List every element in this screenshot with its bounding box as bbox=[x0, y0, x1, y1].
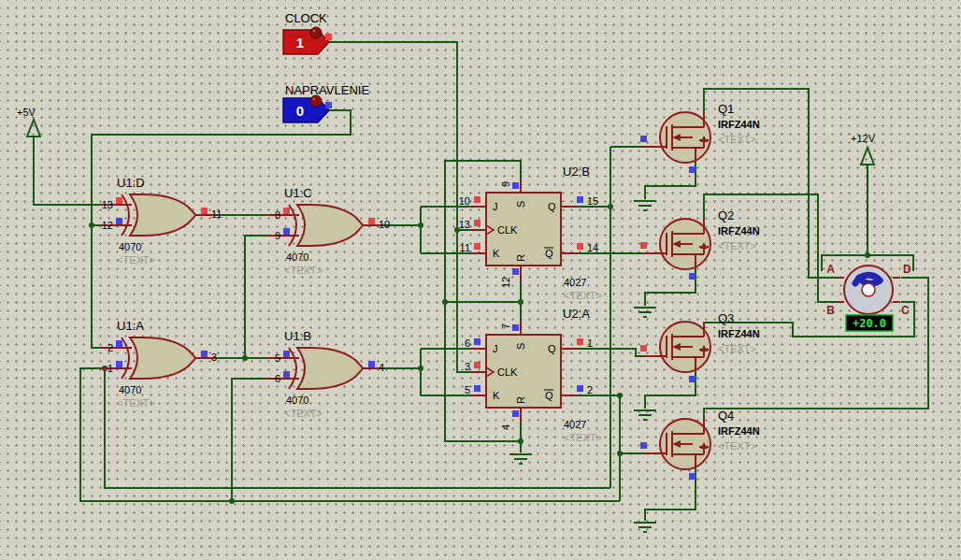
pin-state-indicator bbox=[325, 34, 332, 40]
ff-part: 4027 bbox=[564, 277, 586, 288]
motor-shaft bbox=[862, 283, 875, 296]
mosfet-text-placeholder: <TEXT> bbox=[718, 134, 756, 145]
ff-label-r: R bbox=[515, 254, 526, 262]
pin-number: 15 bbox=[587, 195, 598, 207]
power-terminal-5v[interactable]: +5V bbox=[17, 107, 40, 136]
motor-angle-value: +20.0 bbox=[853, 317, 886, 330]
clock-state-box[interactable] bbox=[283, 30, 329, 54]
ff-label-qbar: Q bbox=[545, 390, 553, 401]
clock-logicstate[interactable]: 1 bbox=[283, 27, 332, 54]
pin-number: 10 bbox=[459, 195, 470, 207]
mosfet-q1[interactable]: Q1 IRFZ44N <TEXT> bbox=[640, 102, 760, 173]
pin-state-indicator bbox=[116, 197, 122, 204]
wire-q3-source-gnd bbox=[645, 372, 696, 409]
motor-terminal-d: D bbox=[903, 263, 911, 276]
direction-label: NAPRAVLENIE bbox=[285, 83, 369, 97]
stepper-motor[interactable]: A D B C +20.0 bbox=[826, 263, 911, 331]
mosfet-q4[interactable]: Q4 IRFZ44N <TEXT> bbox=[640, 409, 760, 480]
clock-toggle-button[interactable] bbox=[310, 27, 322, 38]
jk-flipflop-u2a[interactable]: J CLK K Q Q S R 6 3 5 7 4 1 2 U2:A 4027 … bbox=[465, 307, 602, 443]
xor-gate-u1a[interactable]: 2 1 3 U1:A 4070 <TEXT> bbox=[100, 319, 217, 409]
xor-gate-u1d[interactable]: 13 12 11 U1:D 4070 <TEXT> bbox=[100, 176, 222, 266]
wires-layer bbox=[34, 42, 928, 521]
junction-dot bbox=[229, 498, 235, 504]
pin-state-indicator bbox=[368, 218, 375, 224]
ff-text-placeholder: <TEXT> bbox=[564, 432, 602, 443]
ff-label-s: S bbox=[515, 201, 526, 208]
button-glint bbox=[313, 30, 315, 32]
pin-number: 13 bbox=[102, 199, 113, 210]
pin-number: 3 bbox=[211, 352, 217, 363]
ff-label-k: K bbox=[493, 248, 500, 259]
pin-state-indicator bbox=[474, 243, 480, 250]
pin-state-indicator bbox=[640, 345, 647, 352]
ground-icon bbox=[634, 523, 656, 532]
ff-label-clk: CLK bbox=[497, 224, 518, 236]
pin-state-indicator bbox=[577, 196, 583, 203]
gate-ref: U1:B bbox=[284, 329, 311, 343]
ff-ref: U2:A bbox=[563, 307, 590, 321]
direction-logicstate[interactable]: 0 bbox=[283, 95, 332, 122]
xor-gate-u1b[interactable]: 5 6 4 U1:B 4070 <TEXT> bbox=[267, 329, 384, 419]
button-glint bbox=[313, 98, 315, 100]
xor-gate-u1c[interactable]: 8 9 10 U1:C 4070 <TEXT> bbox=[267, 186, 390, 276]
ff-label-s: S bbox=[515, 343, 526, 350]
mosfet-q2[interactable]: Q2 IRFZ44N <TEXT> bbox=[640, 208, 760, 280]
direction-toggle-button[interactable] bbox=[310, 95, 322, 107]
junction-dot bbox=[242, 355, 248, 361]
clock-label: CLOCK bbox=[285, 11, 327, 25]
pin-number: 5 bbox=[275, 352, 280, 364]
ff-label-j: J bbox=[493, 201, 498, 212]
pin-number: 10 bbox=[379, 219, 390, 230]
motor-terminal-b: B bbox=[826, 304, 835, 317]
pin-state-indicator bbox=[283, 351, 290, 357]
ff-part: 4027 bbox=[564, 419, 586, 430]
ff-label-qbar: Q bbox=[545, 248, 553, 259]
junction-dot bbox=[608, 204, 613, 209]
pin-state-indicator bbox=[116, 218, 122, 224]
direction-state-box[interactable] bbox=[283, 98, 329, 122]
pin-state-indicator bbox=[640, 136, 647, 142]
ff-text-placeholder: <TEXT> bbox=[564, 290, 602, 301]
wire-q4-source-gnd bbox=[645, 469, 696, 521]
direction-state-value: 0 bbox=[296, 103, 304, 119]
pin-state-indicator bbox=[474, 220, 480, 226]
pin-state-indicator bbox=[116, 361, 122, 367]
mosfet-part: IRFZ44N bbox=[718, 225, 760, 237]
pin-state-indicator bbox=[512, 410, 519, 417]
pin-number: 14 bbox=[587, 242, 598, 253]
junction-dot bbox=[865, 252, 870, 258]
mosfet-ref: Q2 bbox=[718, 208, 734, 223]
pin-state-indicator bbox=[474, 338, 480, 345]
pin-state-indicator bbox=[640, 442, 647, 449]
jk-flipflop-u2b[interactable]: J CLK K Q Q S R 10 13 11 9 12 15 14 U2:B… bbox=[459, 165, 602, 301]
pin-number: 2 bbox=[108, 342, 113, 353]
pin-state-indicator bbox=[689, 273, 696, 280]
pin-number: 11 bbox=[211, 208, 222, 220]
gate-text-placeholder: <TEXT> bbox=[117, 397, 155, 409]
ground-icon bbox=[509, 454, 532, 464]
pin-state-indicator bbox=[283, 228, 290, 235]
pin-number: 1 bbox=[587, 337, 593, 349]
pin-state-indicator bbox=[283, 371, 290, 378]
mosfet-ref: Q4 bbox=[718, 409, 734, 423]
pin-number: 8 bbox=[275, 209, 280, 221]
gate-ref: U1:A bbox=[117, 319, 144, 333]
pin-number: 7 bbox=[500, 323, 511, 329]
junction-dot bbox=[418, 366, 423, 371]
ground-icon bbox=[634, 410, 656, 420]
ff-label-j: J bbox=[493, 343, 498, 354]
gate-part: 4070 bbox=[286, 251, 308, 263]
pin-state-indicator bbox=[201, 208, 208, 214]
junction-dot bbox=[418, 223, 423, 228]
power-arrow-icon bbox=[861, 148, 874, 165]
mosfet-part: IRFZ44N bbox=[718, 328, 760, 339]
gate-ref: U1:D bbox=[117, 176, 145, 190]
clock-state-value: 1 bbox=[296, 35, 304, 50]
pin-state-indicator bbox=[116, 340, 122, 347]
pin-state-indicator bbox=[577, 243, 583, 250]
pin-state-indicator bbox=[577, 385, 583, 392]
schematic-canvas[interactable]: +5V +12V CLOCK 1 NAPRAVLENIE 0 13 12 11 … bbox=[0, 0, 961, 560]
power-terminal-12v[interactable]: +12V bbox=[851, 133, 876, 165]
ff-label-r: R bbox=[515, 396, 526, 404]
